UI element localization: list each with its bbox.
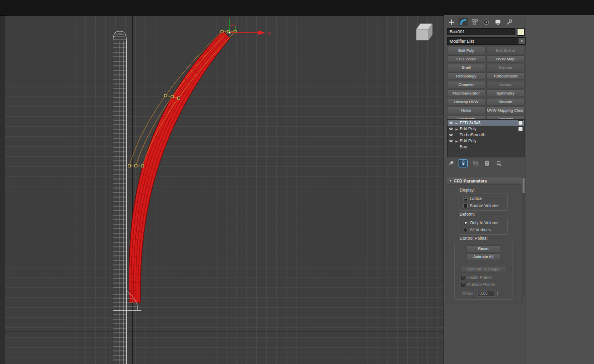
modifier-button-retopology[interactable]: Retopology <box>447 72 485 80</box>
modifier-button-shell[interactable]: Shell <box>447 64 485 71</box>
window-left-edge <box>0 16 5 364</box>
modifier-active-badge[interactable] <box>518 126 523 131</box>
display-section-label: Display: <box>460 188 522 193</box>
deform-groupbox: Only In Volume All Vertices <box>459 218 508 235</box>
modifier-active-badge[interactable] <box>518 120 523 125</box>
modifier-button-edit-poly[interactable]: Edit Poly <box>447 47 485 54</box>
ffd-control-point[interactable] <box>141 165 144 167</box>
ffd-control-point[interactable] <box>135 165 137 167</box>
configure-sets-icon <box>495 160 502 166</box>
expand-arrow-icon[interactable]: ▶ <box>455 127 458 131</box>
modifier-button-noise[interactable]: Noise <box>447 107 485 114</box>
top-menu-bar <box>0 0 594 16</box>
create-tab[interactable] <box>447 18 456 26</box>
modifier-button-ffd-2x2x2[interactable]: FFD 2x2x2 <box>447 55 485 63</box>
source-volume-checkbox[interactable]: Source Volume <box>463 202 507 209</box>
viewport-scene: x <box>5 16 443 364</box>
inside-points-label: Inside Points <box>467 275 492 280</box>
motion-icon <box>483 19 490 26</box>
modify-tab[interactable] <box>459 18 468 26</box>
stack-item-ffd-3x3x3[interactable]: ▶ FFD 3x3x3 <box>448 120 524 126</box>
utilities-tab[interactable] <box>505 18 514 26</box>
modifier-button-smooth[interactable]: Smooth <box>486 98 525 106</box>
modifier-button-symmetry[interactable]: Symmetry <box>486 89 525 97</box>
ffd-control-point[interactable] <box>178 97 180 100</box>
object-color-swatch[interactable] <box>517 28 525 36</box>
stack-item-turbosmooth[interactable]: TurboSmooth <box>448 132 524 138</box>
lattice-checkbox[interactable]: ✓ Lattice <box>463 195 507 202</box>
modifier-stack-toolbar <box>447 159 525 167</box>
chevron-down-icon[interactable]: ▼ <box>518 38 525 44</box>
all-vertices-radio[interactable]: All Vertices <box>463 226 507 233</box>
hierarchy-icon <box>471 19 478 26</box>
radio-circle[interactable] <box>463 228 468 232</box>
move-gizmo[interactable]: x <box>229 19 271 36</box>
reset-button[interactable]: Reset <box>466 245 500 252</box>
modify-icon <box>460 19 467 26</box>
trash-icon <box>484 160 490 166</box>
expand-arrow-icon[interactable]: ▶ <box>455 121 458 125</box>
ffd-control-point[interactable] <box>128 165 131 167</box>
visibility-eye-icon[interactable] <box>449 127 454 131</box>
display-groupbox: ✓ Lattice Source Volume <box>459 194 508 211</box>
control-points-section-label: Control Points: <box>460 236 522 241</box>
rollout-header[interactable]: ▼ FFD Parameters <box>447 177 522 185</box>
outside-points-label: Outside Points <box>467 282 495 287</box>
deform-section-label: Deform: <box>460 212 522 217</box>
wireframe-cylinder[interactable] <box>113 31 127 364</box>
object-name-row: Box001 <box>447 28 525 35</box>
checkbox-box[interactable]: ✓ <box>463 197 468 201</box>
command-panel-empty-area <box>526 15 594 364</box>
visibility-eye-icon[interactable] <box>449 121 454 125</box>
stack-item-box[interactable]: Box <box>448 144 524 150</box>
modifier-list-dropdown[interactable]: Modifier List ▼ <box>447 37 526 45</box>
object-name-field[interactable]: Box001 <box>447 28 515 35</box>
display-tab[interactable] <box>493 18 502 26</box>
rollout-scrollbar[interactable] <box>523 177 525 297</box>
source-volume-checkbox-label: Source Volume <box>470 203 499 208</box>
remove-modifier-button[interactable] <box>483 160 491 167</box>
view-cube[interactable] <box>416 24 432 40</box>
modifier-button-chamfer[interactable]: Chamfer <box>447 81 485 88</box>
hierarchy-tab[interactable] <box>470 18 479 26</box>
stack-item-label: FFD 3x3x3 <box>460 120 516 125</box>
modifier-button-uvw-map[interactable]: UVW Map <box>486 55 525 63</box>
pin-icon <box>448 160 455 166</box>
modifier-button-grid: Edit Poly Edit Spline FFD 2x2x2 UVW Map … <box>447 47 525 123</box>
ffd-control-point[interactable] <box>221 31 224 33</box>
only-in-volume-radio[interactable]: Only In Volume <box>463 219 507 226</box>
check-icon: ✓ <box>461 283 465 287</box>
viewport[interactable]: x <box>5 16 443 364</box>
stack-item-edit-poly-bottom[interactable]: ▶ Edit Poly <box>448 138 524 144</box>
3ds-max-window: { "colors": { "selection_red": "#d51a1a"… <box>0 0 594 364</box>
modifier-button-unwrap-uvw[interactable]: Unwrap UVW <box>447 98 485 106</box>
ffd-control-point[interactable] <box>171 96 174 98</box>
modifier-button-floorgenerator[interactable]: FloorGenerator <box>447 89 485 97</box>
visibility-eye-icon[interactable] <box>449 139 454 143</box>
gizmo-x-axis-label: x <box>267 30 271 36</box>
stack-item-label: Edit Poly <box>460 138 524 143</box>
ffd-control-point[interactable] <box>165 95 167 97</box>
radio-circle[interactable] <box>463 221 468 225</box>
configure-modifier-sets-button[interactable] <box>494 160 502 167</box>
lattice-checkbox-label: Lattice <box>470 196 482 201</box>
motion-tab[interactable] <box>482 18 491 26</box>
checkbox-box: ✓ <box>461 276 465 280</box>
animate-all-button[interactable]: Animate All <box>466 253 500 260</box>
show-end-result-toggle[interactable] <box>459 159 468 167</box>
checkbox-box[interactable] <box>463 204 468 208</box>
selected-object-red-tube[interactable] <box>129 31 230 303</box>
modifier-button-turbosmooth[interactable]: TurboSmooth <box>486 72 525 80</box>
pin-stack-button[interactable] <box>447 160 455 167</box>
modifier-button-uvw-mapping-clear[interactable]: UVW Mapping Clear <box>486 107 525 114</box>
expand-arrow-icon[interactable]: ▶ <box>455 139 458 143</box>
visibility-eye-icon[interactable] <box>449 133 454 137</box>
conform-to-shape-button: Conform to Shape <box>460 266 506 273</box>
only-in-volume-label: Only In Volume <box>470 220 499 225</box>
stack-item-label: Box <box>460 144 524 149</box>
modifier-button-sweep: Sweep <box>486 81 525 88</box>
stack-item-edit-poly-top[interactable]: ▶ Edit Poly <box>448 126 524 132</box>
stack-item-label: TurboSmooth <box>460 132 524 137</box>
scrollbar-thumb[interactable] <box>523 178 525 193</box>
make-unique-button[interactable] <box>471 160 479 167</box>
